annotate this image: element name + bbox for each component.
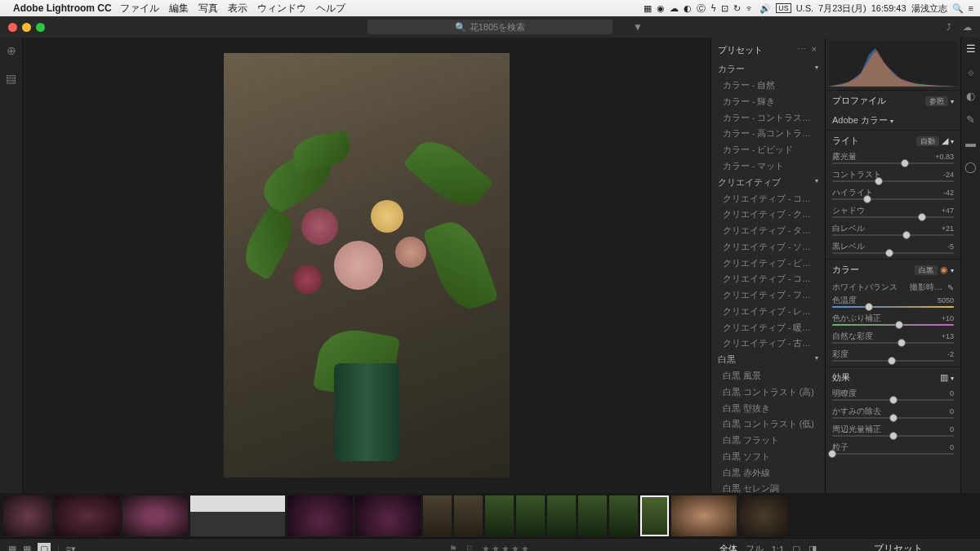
- menu-edit[interactable]: 編集: [169, 2, 189, 16]
- presets-close-icon[interactable]: ×: [812, 44, 818, 54]
- preset-item[interactable]: クリエイティブ - コント…: [718, 271, 818, 287]
- notification-icon[interactable]: ≡: [969, 3, 973, 13]
- flag-pick-icon[interactable]: ⚑: [449, 544, 457, 551]
- rating-stars[interactable]: ★★★★★: [482, 544, 531, 551]
- preset-item[interactable]: カラー - コントラスト (高): [718, 110, 818, 127]
- slider-track[interactable]: [832, 198, 954, 200]
- edit-sliders-icon[interactable]: ☰: [966, 42, 976, 55]
- slider-track[interactable]: [832, 435, 954, 437]
- slider-thumb[interactable]: [902, 231, 911, 239]
- preset-item[interactable]: 白黒 フラット: [718, 433, 818, 449]
- sort-icon[interactable]: ≡▾: [66, 544, 76, 551]
- preset-item[interactable]: カラー - 高コントラスト…: [718, 126, 818, 142]
- thumbnail[interactable]: [739, 495, 788, 536]
- preset-item[interactable]: 白黒 セレン調: [718, 481, 818, 493]
- close-button[interactable]: [8, 23, 17, 32]
- thumbnail[interactable]: [190, 495, 285, 536]
- preset-item[interactable]: クリエイティブ - フラッ…: [718, 287, 818, 304]
- filter-icon[interactable]: ▼: [633, 21, 643, 33]
- thumbnail[interactable]: [547, 495, 576, 536]
- preset-group[interactable]: クリエイティブ▾: [718, 175, 818, 191]
- slider-thumb[interactable]: [901, 159, 909, 167]
- preset-item[interactable]: カラー - マット: [718, 158, 818, 175]
- status-icon[interactable]: 🔊: [760, 3, 771, 14]
- original-icon[interactable]: ▢: [792, 544, 800, 551]
- photo-canvas[interactable]: [23, 38, 710, 493]
- status-icon[interactable]: ⊡: [721, 3, 728, 14]
- radial-gradient-icon[interactable]: ◯: [964, 161, 977, 173]
- preset-item[interactable]: 白黒 コントラスト (低): [718, 416, 818, 433]
- preset-item[interactable]: クリエイティブ - クール…: [718, 207, 818, 223]
- eyedropper-icon[interactable]: ✎: [947, 283, 954, 292]
- thumbnail[interactable]: [671, 495, 737, 536]
- cloud-icon[interactable]: ☁: [963, 22, 972, 33]
- tone-curve-icon[interactable]: ◢: [942, 136, 948, 145]
- thumbnail[interactable]: [423, 495, 452, 536]
- status-icon[interactable]: ↻: [733, 3, 741, 14]
- chevron-down-icon[interactable]: ▾: [951, 138, 954, 145]
- minimize-button[interactable]: [22, 23, 31, 32]
- preset-button[interactable]: プリセット: [825, 542, 972, 551]
- preset-item[interactable]: クリエイティブ - ビンテ…: [718, 256, 818, 272]
- spotlight-icon[interactable]: 🔍: [952, 3, 964, 14]
- linear-gradient-icon[interactable]: ▬: [965, 137, 976, 149]
- status-icon[interactable]: ◐: [684, 3, 692, 14]
- preset-item[interactable]: カラー - 輝き: [718, 94, 818, 110]
- preset-item[interactable]: クリエイティブ - 古い写真: [718, 335, 818, 352]
- status-icon[interactable]: ◉: [657, 3, 665, 14]
- fullscreen-button[interactable]: [36, 23, 45, 32]
- slider-thumb[interactable]: [918, 213, 926, 221]
- auto-button[interactable]: 自動: [916, 136, 939, 146]
- thumbnail[interactable]: [122, 495, 188, 536]
- histogram[interactable]: [829, 41, 957, 87]
- slider-track[interactable]: [832, 306, 954, 308]
- effects-section-title[interactable]: 効果: [832, 371, 850, 384]
- status-icon[interactable]: ▦: [644, 3, 652, 14]
- add-photo-icon[interactable]: ⊕: [7, 44, 16, 57]
- heal-icon[interactable]: ◐: [966, 90, 975, 102]
- slider-track[interactable]: [832, 360, 954, 362]
- compare-icon[interactable]: ◨: [808, 544, 817, 551]
- slider-thumb[interactable]: [888, 357, 896, 365]
- search-input[interactable]: 🔍 花1805を検索: [368, 20, 612, 34]
- thumbnail[interactable]: [3, 495, 52, 536]
- preset-item[interactable]: 白黒 風景: [718, 368, 818, 384]
- profile-value[interactable]: Adobe カラー: [832, 115, 888, 125]
- profile-browse-button[interactable]: 参照: [925, 96, 948, 106]
- preset-item[interactable]: 白黒 ソフト: [718, 449, 818, 465]
- grid-view-icon[interactable]: ▦: [8, 544, 16, 551]
- preset-item[interactable]: 白黒 型抜き: [718, 401, 818, 417]
- crop-icon[interactable]: ⟐: [968, 66, 974, 78]
- thumbnail[interactable]: [55, 495, 120, 536]
- app-name[interactable]: Adobe Lightroom CC: [13, 2, 112, 14]
- flag-reject-icon[interactable]: ⚐: [466, 544, 474, 551]
- presets-more-icon[interactable]: ⋯: [797, 44, 808, 54]
- status-icon[interactable]: ☁: [670, 3, 679, 14]
- library-icon[interactable]: ▤: [6, 72, 16, 85]
- zoom-fill[interactable]: フル: [746, 543, 764, 551]
- slider-track[interactable]: [832, 342, 954, 344]
- slider-thumb[interactable]: [889, 414, 898, 422]
- thumbnail[interactable]: [516, 495, 545, 536]
- brush-icon[interactable]: ✎: [966, 113, 975, 126]
- filmstrip[interactable]: [0, 493, 980, 538]
- status-icon[interactable]: ϟ: [710, 3, 716, 14]
- menu-file[interactable]: ファイル: [120, 2, 159, 16]
- slider-thumb[interactable]: [885, 249, 893, 257]
- menu-help[interactable]: ヘルプ: [316, 2, 345, 16]
- thumbnail[interactable]: [609, 495, 638, 536]
- username[interactable]: 湯浅立志: [911, 2, 947, 15]
- zoom-1to1[interactable]: 1:1: [772, 544, 784, 552]
- keyboard-layout[interactable]: U.S.: [796, 3, 813, 13]
- slider-track[interactable]: [832, 399, 954, 401]
- slider-thumb[interactable]: [875, 177, 883, 185]
- slider-track[interactable]: [832, 453, 954, 455]
- slider-thumb[interactable]: [863, 195, 871, 203]
- slider-thumb[interactable]: [889, 432, 898, 440]
- preset-group[interactable]: 白黒▾: [718, 352, 818, 368]
- preset-item[interactable]: 白黒 赤外線: [718, 465, 818, 482]
- slider-thumb[interactable]: [889, 396, 898, 404]
- preset-item[interactable]: クリエイティブ - コント…: [718, 191, 818, 207]
- status-icon[interactable]: Ⓒ: [697, 2, 706, 15]
- chevron-down-icon[interactable]: ▾: [951, 375, 954, 382]
